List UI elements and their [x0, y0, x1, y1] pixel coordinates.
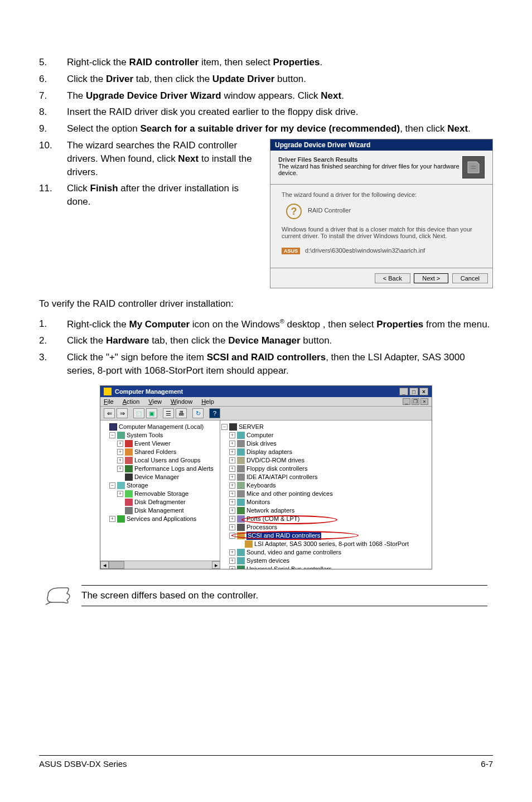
tree-item[interactable]: +IDE ATA/ATAPI controllers	[221, 473, 431, 481]
tree-node-icon	[237, 524, 245, 531]
tree-item[interactable]: Device Manager	[101, 473, 219, 481]
tree-item[interactable]: +Performance Logs and Alerts	[101, 465, 219, 473]
upgrade-device-driver-wizard: Upgrade Device Driver Wizard Driver File…	[270, 139, 493, 288]
note-icon	[45, 586, 71, 606]
scroll-left-button[interactable]: ◂	[100, 561, 109, 569]
tree-expander[interactable]: −	[221, 424, 228, 430]
tree-item[interactable]: −System Tools	[101, 431, 219, 439]
menu-view[interactable]: View	[148, 398, 162, 405]
tree-item[interactable]: LSI Adapter, SAS 3000 series, 8-port wit…	[221, 540, 431, 548]
tree-item[interactable]: +Universal Serial Bus controllers	[221, 565, 431, 569]
tree-expander[interactable]: +	[229, 499, 235, 505]
tree-expander[interactable]: +	[229, 558, 235, 564]
tree-item[interactable]: +Network adapters	[221, 506, 431, 515]
tree-expander[interactable]: +	[229, 516, 235, 522]
tree-label: Disk drives	[246, 439, 277, 448]
print-button[interactable]: 🖶	[176, 408, 187, 418]
show-hide-button[interactable]: ▣	[146, 408, 157, 418]
scroll-right-button[interactable]: ▸	[212, 561, 220, 569]
menu-help[interactable]: Help	[201, 398, 214, 405]
tree-label: Floppy disk controllers	[246, 465, 307, 473]
note-text: The screen differs based on the controll…	[81, 585, 487, 606]
tree-item[interactable]: +Shared Folders	[101, 448, 219, 456]
tree-item[interactable]: +Disk drives	[221, 439, 431, 448]
properties-button[interactable]: ☰	[163, 408, 174, 418]
tree-expander[interactable]: +	[229, 491, 235, 497]
tree-node-icon	[125, 490, 133, 497]
tree-item[interactable]: +Monitors	[221, 498, 431, 506]
tree-expander[interactable]: +	[117, 466, 123, 472]
back-button[interactable]: < Back	[375, 273, 410, 283]
tree-item[interactable]: +Display adapters	[221, 448, 431, 456]
tree-label: Shared Folders	[134, 448, 176, 456]
tree-label: Services and Applications	[127, 515, 196, 523]
minimize-button[interactable]: _	[399, 388, 408, 395]
wizard-titlebar: Upgrade Device Driver Wizard	[270, 139, 492, 151]
mdi-minimize-button[interactable]: _	[403, 398, 410, 405]
tree-node-icon	[125, 448, 133, 456]
left-tree-pane[interactable]: Computer Management (Local)−System Tools…	[100, 421, 220, 569]
tree-expander[interactable]: +	[229, 449, 235, 455]
tree-item[interactable]: +DVD/CD-ROM drives	[221, 456, 431, 465]
mdi-restore-button[interactable]: ❐	[412, 398, 419, 405]
nav-back-button[interactable]: ⇐	[104, 408, 115, 418]
tree-node-icon	[125, 499, 133, 506]
help-button[interactable]: ?	[209, 408, 220, 418]
tree-expander[interactable]: +	[109, 516, 115, 522]
menu-file[interactable]: File	[104, 398, 114, 405]
tree-expander[interactable]: +	[117, 491, 123, 497]
tree-item[interactable]: Disk Defragmenter	[101, 498, 219, 506]
maximize-button[interactable]: □	[409, 388, 418, 395]
tree-expander[interactable]: +	[229, 457, 235, 463]
tree-expander[interactable]: +	[229, 566, 235, 569]
scroll-thumb[interactable]	[109, 561, 124, 569]
tree-expander[interactable]: +	[229, 474, 235, 480]
tree-expander[interactable]: +	[117, 449, 123, 455]
tree-item[interactable]: +Local Users and Groups	[101, 456, 219, 465]
nav-forward-button[interactable]: ⇒	[117, 408, 128, 418]
mdi-close-button[interactable]: ×	[420, 398, 428, 405]
refresh-button[interactable]: ↻	[192, 408, 204, 418]
tree-expander[interactable]: +	[229, 466, 235, 472]
tree-expander[interactable]: −	[109, 432, 115, 438]
tree-item[interactable]: +Processors	[221, 523, 431, 532]
tree-expander[interactable]: +	[229, 508, 235, 514]
tree-item[interactable]: +Sound, video and game controllers	[221, 548, 431, 557]
tree-item[interactable]: +Keyboards	[221, 481, 431, 490]
tree-expander[interactable]: −	[229, 533, 235, 539]
menu-window[interactable]: Window	[171, 398, 192, 405]
close-button[interactable]: ×	[419, 388, 428, 395]
tree-expander[interactable]: +	[117, 441, 123, 447]
tree-item[interactable]: +Event Viewer	[101, 439, 219, 448]
tree-item[interactable]: +Mice and other pointing devices	[221, 490, 431, 498]
tree-expander[interactable]: +	[229, 482, 235, 489]
tree-expander[interactable]: −	[109, 482, 115, 489]
footer-page-number: 6-7	[481, 759, 493, 769]
tree-item[interactable]: Disk Management	[101, 506, 219, 515]
tree-item[interactable]: +Ports (COM & LPT)	[221, 515, 431, 523]
tree-item[interactable]: −SCSI and RAID controllers	[221, 532, 431, 540]
tree-label: Storage	[127, 481, 148, 490]
tree-item[interactable]: +Removable Storage	[101, 490, 219, 498]
cancel-button[interactable]: Cancel	[452, 273, 488, 283]
up-button[interactable]: ⬚	[133, 408, 144, 418]
tree-expander[interactable]: +	[229, 441, 235, 447]
tree-expander[interactable]: +	[229, 432, 235, 438]
right-tree-pane[interactable]: −SERVER+Computer+Disk drives+Display ada…	[220, 421, 432, 569]
next-button[interactable]: Next >	[414, 273, 448, 283]
tree-item[interactable]: −Storage	[101, 481, 219, 490]
tree-item[interactable]: +System devices	[221, 557, 431, 565]
tree-expander[interactable]: +	[229, 549, 235, 555]
tree-item[interactable]: −SERVER	[221, 423, 431, 431]
tree-expander[interactable]: +	[229, 524, 235, 530]
menu-action[interactable]: Action	[123, 398, 140, 405]
tree-item[interactable]: +Floppy disk controllers	[221, 465, 431, 473]
tree-item[interactable]: +Computer	[221, 431, 431, 439]
tree-node-icon	[237, 566, 245, 569]
tree-node-icon	[125, 474, 133, 481]
tree-item[interactable]: +Services and Applications	[101, 515, 219, 523]
wizard-found-text: The wizard found a driver for the follow…	[282, 191, 481, 198]
tree-label: SCSI and RAID controllers	[246, 532, 321, 540]
tree-expander[interactable]: +	[117, 457, 123, 463]
tree-item[interactable]: Computer Management (Local)	[101, 423, 219, 431]
